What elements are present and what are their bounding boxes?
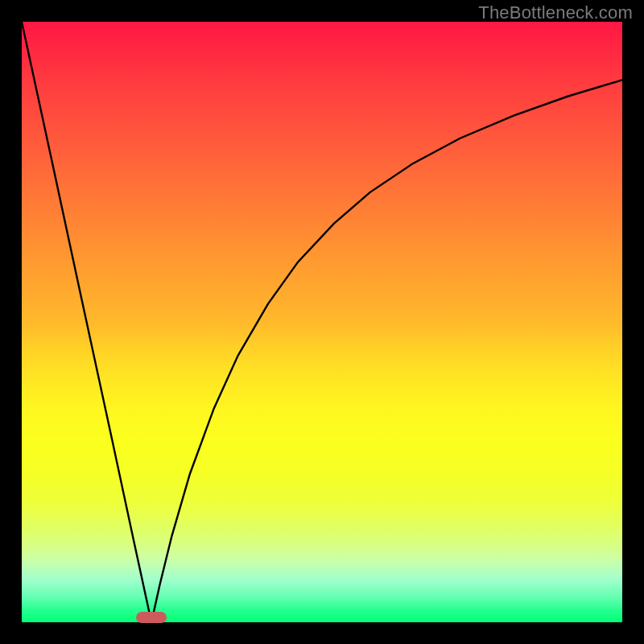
watermark-text: TheBottleneck.com: [478, 2, 633, 23]
bottleneck-curve: [22, 22, 622, 622]
plot-area: [22, 22, 622, 622]
chart-frame: TheBottleneck.com: [0, 0, 644, 644]
minimum-marker: [136, 612, 167, 623]
